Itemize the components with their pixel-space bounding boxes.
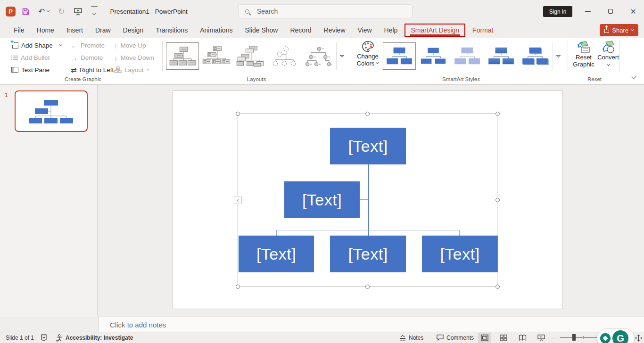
tab-format[interactable]: Format (466, 24, 499, 37)
move-down-button[interactable]: ↓ Move Down (114, 52, 154, 63)
demote-button[interactable]: → Demote (71, 52, 103, 63)
undo-button[interactable]: ↶ (36, 5, 52, 17)
tab-record[interactable]: Record (284, 24, 317, 37)
smartart-style-thumbnail-intense-effect[interactable] (519, 42, 552, 70)
resize-handle-top-center[interactable] (365, 112, 370, 116)
save-icon (22, 8, 30, 16)
restore-button[interactable] (600, 0, 621, 23)
active-tab-underline (410, 34, 460, 36)
add-shape-dropdown-icon[interactable] (59, 42, 62, 46)
undo-dropdown-icon[interactable] (47, 8, 50, 12)
layout-thumbnail-name-title-chart[interactable] (200, 42, 233, 70)
reading-view-icon (519, 335, 527, 341)
move-up-button[interactable]: ↑ Move Up (114, 40, 146, 51)
tab-design[interactable]: Design (117, 24, 150, 37)
notes-toggle-button[interactable]: Notes (399, 332, 423, 343)
slide-sorter-view-button[interactable] (497, 333, 510, 343)
resize-handle-bottom-right[interactable] (495, 285, 500, 289)
layout-thumbnail-horizontal-hierarchy[interactable] (302, 42, 335, 70)
promote-button[interactable]: ← Promote (71, 40, 105, 51)
slide-number: 1 (5, 91, 8, 98)
resize-handle-top-left[interactable] (236, 112, 240, 116)
smartart-style-thumbnail-simple-fill[interactable] (383, 42, 416, 70)
sign-in-button[interactable]: Sign in (543, 6, 572, 17)
tab-file[interactable]: File (8, 24, 31, 37)
move-up-icon: ↑ (114, 42, 118, 49)
accessibility-checker-button[interactable]: Accessibility: Investigate (56, 332, 133, 343)
add-bullet-button[interactable]: Add Bullet (11, 52, 50, 63)
grammarly-widget[interactable]: G (597, 328, 635, 343)
smartart-selection-frame[interactable] (238, 114, 497, 286)
redo-button[interactable]: ↻ (56, 5, 67, 17)
resize-handle-middle-right[interactable] (495, 198, 500, 202)
text-pane-toggle-button[interactable]: ‹ (234, 196, 242, 204)
tab-view[interactable]: View (352, 24, 378, 37)
reset-graphic-button[interactable]: Reset Graphic (570, 41, 597, 74)
tab-home[interactable]: Home (31, 24, 60, 37)
smartart-style-thumbnail-subtle-effect[interactable] (451, 42, 484, 70)
normal-view-icon (481, 335, 488, 341)
collapse-ribbon-button[interactable] (629, 72, 638, 79)
slide[interactable]: [Text] [Text] [Text] [Text] [Text] ‹ (173, 90, 563, 309)
resize-handle-top-right[interactable] (495, 112, 500, 116)
zoom-out-button[interactable]: − (552, 332, 555, 343)
slide-canvas-area[interactable]: [Text] [Text] [Text] [Text] [Text] ‹ (98, 85, 644, 317)
customize-quick-access-toolbar-button[interactable] (89, 5, 100, 17)
text-pane-button[interactable]: Text Pane (11, 64, 50, 75)
half-circle-layout-icon (236, 45, 265, 67)
reading-view-button[interactable] (516, 333, 529, 343)
ribbon: Add Shape Add Bullet Text Pane ← Promote… (0, 38, 644, 85)
tab-insert[interactable]: Insert (60, 24, 89, 37)
redo-icon: ↻ (58, 7, 65, 16)
layout-thumbnail-half-circle-chart[interactable] (234, 42, 267, 70)
tab-draw[interactable]: Draw (89, 24, 117, 37)
share-button[interactable]: Share (600, 24, 638, 36)
search-input[interactable]: Search (238, 4, 413, 18)
create-graphic-group-label: Create Graphic (45, 76, 121, 82)
save-button[interactable] (19, 5, 32, 17)
smartart-style-thumbnail-moderate-effect[interactable] (485, 42, 518, 70)
move-down-label: Move Down (121, 54, 154, 61)
close-button[interactable]: × (622, 0, 644, 23)
layout-thumbnail-organization-chart[interactable] (166, 42, 199, 70)
start-slideshow-button[interactable] (71, 5, 85, 17)
slide-indicator: Slide 1 of 1 (6, 332, 34, 343)
minimize-button[interactable]: ─ (577, 0, 599, 23)
demote-icon: → (71, 54, 78, 61)
right-to-left-button[interactable]: ⇄ Right to Left (71, 64, 114, 75)
workspace: 1 [Text] [Text] [Text] [Text] [Text] (0, 85, 644, 317)
normal-view-button[interactable] (478, 333, 491, 343)
notes-pane[interactable]: Click to add notes (98, 317, 644, 332)
group-separator (162, 41, 163, 72)
layout-thumbnail-circle-picture-chart[interactable] (268, 42, 301, 70)
close-icon: × (630, 6, 636, 17)
slide-thumbnail[interactable] (15, 90, 88, 132)
tab-transitions[interactable]: Transitions (149, 24, 194, 37)
notes-placeholder: Click to add notes (110, 321, 166, 329)
comments-toggle-button[interactable]: Comments (436, 332, 474, 343)
styles-gallery-more-button[interactable] (553, 42, 564, 70)
slide-sorter-icon (500, 335, 507, 341)
layout-button[interactable]: Layout (114, 64, 149, 75)
window-title: Presentation1 - PowerPoint (110, 8, 188, 15)
text-pane-label: Text Pane (21, 66, 50, 74)
tab-help[interactable]: Help (378, 24, 404, 37)
move-down-icon: ↓ (114, 54, 118, 61)
change-colors-button[interactable]: Change Colors (355, 41, 381, 74)
proofing-status-button[interactable] (41, 332, 47, 343)
add-shape-button[interactable]: Add Shape (11, 40, 62, 51)
resize-handle-bottom-left[interactable] (236, 285, 240, 289)
name-title-layout-icon (202, 45, 231, 67)
layouts-group-label: Layouts (219, 76, 294, 82)
layouts-gallery-more-button[interactable] (336, 42, 347, 70)
zoom-slider-thumb[interactable] (572, 334, 576, 341)
convert-button[interactable]: Convert (595, 41, 621, 74)
tab-animations[interactable]: Animations (194, 24, 239, 37)
circle-hierarchy-layout-icon (270, 45, 299, 67)
tab-slide-show[interactable]: Slide Show (239, 24, 284, 37)
resize-handle-bottom-center[interactable] (365, 285, 370, 289)
tab-review[interactable]: Review (318, 24, 352, 37)
style-intense-effect-icon (520, 45, 550, 67)
smartart-style-thumbnail-white-outline[interactable] (417, 42, 450, 70)
slideshow-view-button[interactable] (535, 333, 548, 343)
